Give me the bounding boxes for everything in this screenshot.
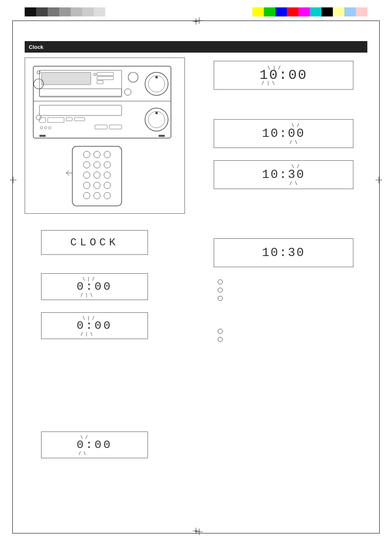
clock-label-text: CLOCK [70,236,119,249]
display-arrows-10-30-svg: \ / / \ [214,161,353,189]
bullet-item-3 [218,296,341,301]
svg-rect-13 [97,72,113,76]
svg-point-73 [195,530,197,532]
remote-control [64,144,130,208]
svg-rect-24 [39,105,122,115]
bullet-circle-5 [218,337,223,342]
bullet-circle-4 [218,329,223,334]
crosshair-left [10,177,16,185]
bullet-item-2 [218,288,341,293]
svg-point-54 [94,192,100,199]
svg-rect-14 [97,76,113,80]
bullet-item-5 [218,337,341,342]
svg-point-21 [125,89,131,95]
display-arrows-mid-svg: \ / / \ [214,120,353,148]
svg-rect-40 [72,146,122,206]
bullet-list-2 [218,329,341,345]
svg-point-76 [195,21,197,22]
stereo-device [31,64,173,140]
svg-point-53 [83,192,90,199]
svg-point-23 [37,71,40,74]
display-clock-label: CLOCK [41,230,148,255]
svg-point-50 [83,182,90,189]
svg-point-43 [104,151,111,158]
display-10-30-arrows: \ / / \ 10:30 [214,160,353,189]
svg-point-18 [155,76,158,78]
display-0-00-first: \ | / / | \ 0:00 [41,273,148,300]
display-10-30-solid-text: 10:30 [262,246,305,260]
display-10-00-arrows-svg: \ | / / | \ [214,61,353,89]
section-title: Clock [29,44,43,50]
svg-text:/ | \: / | \ [81,293,92,298]
display-0-00-bottom: \ / / \ 0:00 [41,432,148,458]
svg-point-33 [40,127,43,129]
svg-text:\ | /: \ | / [83,316,95,321]
display-10-00-mid: \ / / \ 10:00 [214,119,353,148]
display-0-00-arrows1-svg: \ | / / | \ [42,274,148,300]
display-10-00-top: \ | / / | \ 10:00 [214,61,353,90]
svg-rect-39 [159,135,165,137]
svg-point-47 [83,172,90,178]
svg-rect-27 [66,118,72,121]
remote-svg [64,144,130,208]
svg-line-58 [66,173,69,175]
bullet-item-4 [218,329,341,334]
svg-point-51 [94,182,100,189]
bullet-item-1 [218,279,341,284]
svg-point-34 [44,127,47,129]
illustration-box [25,58,185,214]
bullet-list-1 [218,279,341,304]
svg-text:\ /: \ / [291,122,299,128]
svg-point-12 [94,73,96,76]
svg-rect-20 [39,89,122,96]
svg-point-49 [104,172,111,178]
section-header: Clock [25,41,367,53]
display-0-00-arrows3-svg: \ / / \ [42,432,148,458]
display-10-30-solid: 10:30 [214,238,353,267]
crosshair-right [376,177,382,185]
stereo-svg [31,64,173,140]
display-0-00-arrows2-svg: \ | / / | \ [42,313,148,339]
svg-rect-26 [48,118,64,122]
svg-rect-38 [39,135,46,137]
svg-text:\ /: \ / [81,435,88,439]
svg-text:/ | \: / | \ [262,80,275,85]
crosshair-bottom [193,528,199,536]
crosshair-top [193,18,199,26]
svg-point-44 [83,162,90,168]
svg-text:/ \: / \ [290,139,297,145]
bullet-circle-2 [218,288,223,293]
svg-text:/ \: / \ [290,180,297,186]
svg-text:\ /: \ / [291,164,299,169]
svg-point-35 [48,127,51,129]
svg-rect-28 [74,118,85,121]
svg-line-57 [66,171,69,173]
svg-point-41 [83,151,90,158]
page-border-right [379,21,380,533]
svg-point-48 [94,172,100,178]
svg-point-46 [104,162,111,168]
svg-text:/ | \: / | \ [81,332,92,337]
svg-text:\ | /: \ | / [267,65,281,70]
color-bar-right [252,7,367,16]
svg-rect-25 [39,118,46,122]
svg-rect-15 [97,81,103,84]
bullet-circle-3 [218,296,223,301]
svg-point-52 [104,182,111,189]
page-border-left [12,21,13,533]
svg-rect-36 [95,125,107,129]
svg-point-45 [94,162,100,168]
svg-rect-11 [42,72,91,85]
color-bar-left [25,7,105,16]
bullet-circle-1 [218,279,223,284]
svg-text:/ \: / \ [78,451,86,455]
svg-point-31 [155,112,158,114]
svg-rect-37 [109,125,122,129]
svg-text:\ | /: \ | / [83,277,95,282]
display-0-00-second: \ | / / | \ 0:00 [41,312,148,339]
svg-point-22 [128,72,138,82]
svg-point-42 [94,151,100,158]
svg-point-55 [104,192,111,199]
